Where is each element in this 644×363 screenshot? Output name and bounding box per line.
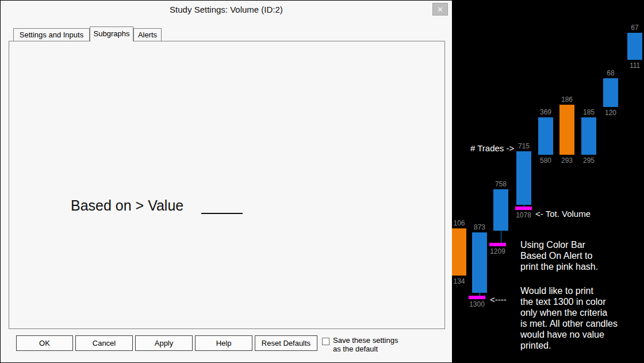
candle-bar [452,228,466,276]
volume-label: 1078 [516,211,531,219]
candle-wick [501,231,501,243]
trades-count-label: 369 [540,108,551,116]
study-settings-dialog: Study Settings: Volume (ID:2) ✕ Settings… [0,0,453,363]
tab-subgraphs[interactable]: Subgraphs [90,26,133,41]
volume-label: 580 [540,156,551,165]
volume-label: 295 [583,156,595,165]
pink-hash [515,207,532,210]
candle-bar [516,151,531,205]
annotation-underline [201,213,243,214]
pink-hash [489,243,506,246]
candle-bar [472,232,487,293]
annotation-based-on-value: Based on > Value [71,197,183,214]
trades-count-label: 68 [607,69,614,77]
trades-count-label: 186 [561,95,573,104]
tab-alerts[interactable]: Alerts [133,28,162,41]
volume-label: 293 [561,156,573,165]
candle-bar [538,117,553,155]
candle-bar [493,189,508,231]
trades-count-label: 873 [474,223,485,231]
chart-annotation: <- Tot. Volume [535,209,591,219]
trades-count-label: 67 [631,24,638,32]
volume-label: 1300 [469,300,485,308]
volume-label: 120 [605,109,616,117]
volume-label: 111 [630,62,640,70]
chart-annotation: # Trades -> [470,143,514,153]
candle-bar [581,117,596,155]
volume-label: 1209 [490,247,505,255]
trades-count-label: 758 [495,180,507,188]
volume-label: 134 [453,277,465,285]
chart-annotation: <---- [490,295,507,304]
tab-settings-and-inputs[interactable]: Settings and Inputs [13,28,90,41]
chart-note: Would like to printthe text 1300 in colo… [520,285,618,351]
chart-note: Using Color BarBased On Alert toprint th… [520,239,598,272]
candle-bar [603,78,618,107]
trades-count-label: 106 [453,219,465,227]
pink-hash [469,296,485,299]
candle-bar [559,105,574,155]
trades-count-label: 715 [518,142,530,150]
subgraphs-tab-panel [9,41,445,329]
candle-bar [627,33,642,60]
trades-count-label: 185 [583,108,595,116]
